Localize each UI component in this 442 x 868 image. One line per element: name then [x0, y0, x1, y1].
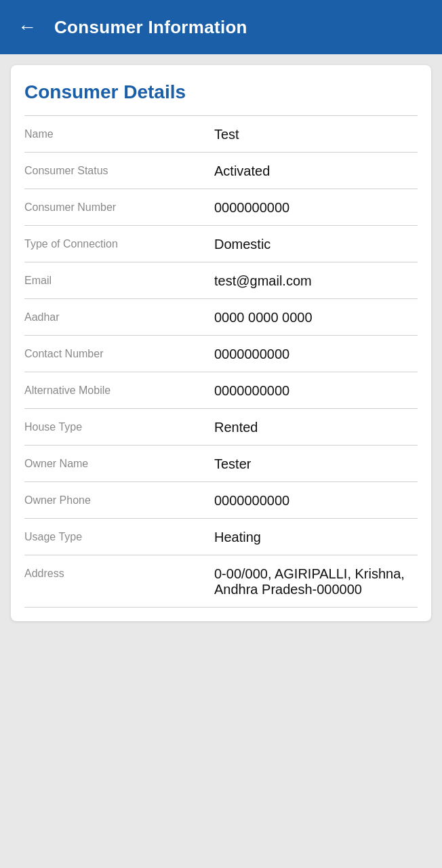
row-value: 0000000000 — [214, 383, 418, 399]
table-row: Owner NameTester — [24, 446, 418, 481]
row-value: test@gmail.com — [214, 273, 418, 289]
consumer-details-card: Consumer Details NameTestConsumer Status… — [11, 65, 431, 621]
table-row: Alternative Mobile0000000000 — [24, 372, 418, 408]
row-label: Alternative Mobile — [24, 383, 214, 397]
row-value: 0000000000 — [214, 493, 418, 509]
row-value: Test — [214, 127, 418, 142]
row-divider — [24, 607, 418, 608]
row-value: Heating — [214, 530, 418, 545]
row-label: Consumer Status — [24, 163, 214, 177]
row-label: Usage Type — [24, 530, 214, 543]
card-title: Consumer Details — [24, 81, 418, 103]
info-rows-container: NameTestConsumer StatusActivatedConsumer… — [24, 116, 418, 608]
page-title: Consumer Information — [54, 17, 247, 38]
row-value: 0000 0000 0000 — [214, 310, 418, 326]
page-body: Consumer Details NameTestConsumer Status… — [0, 54, 442, 632]
table-row: Usage TypeHeating — [24, 519, 418, 555]
table-row: Emailtest@gmail.com — [24, 262, 418, 298]
row-label: Address — [24, 566, 214, 580]
row-label: Owner Phone — [24, 493, 214, 507]
table-row: Consumer Number0000000000 — [24, 189, 418, 225]
table-row: NameTest — [24, 116, 418, 152]
table-row: House TypeRented — [24, 409, 418, 445]
table-row: Owner Phone0000000000 — [24, 482, 418, 518]
row-label: House Type — [24, 420, 214, 433]
row-label: Name — [24, 127, 214, 140]
row-label: Consumer Number — [24, 200, 214, 214]
row-label: Contact Number — [24, 347, 214, 360]
row-label: Email — [24, 273, 214, 287]
row-label: Type of Connection — [24, 237, 214, 250]
row-value: 0000000000 — [214, 347, 418, 362]
table-row: Consumer StatusActivated — [24, 153, 418, 189]
app-header: ← Consumer Information — [0, 0, 442, 54]
table-row: Contact Number0000000000 — [24, 336, 418, 372]
table-row: Address0-00/000, AGIRIPALLI, Krishna, An… — [24, 555, 418, 607]
row-value: Domestic — [214, 237, 418, 252]
row-value: Activated — [214, 163, 418, 179]
row-value: Tester — [214, 456, 418, 472]
row-value: 0000000000 — [214, 200, 418, 216]
table-row: Aadhar0000 0000 0000 — [24, 299, 418, 335]
row-label: Aadhar — [24, 310, 214, 323]
row-value: 0-00/000, AGIRIPALLI, Krishna, Andhra Pr… — [214, 566, 418, 597]
row-value: Rented — [214, 420, 418, 435]
back-button[interactable]: ← — [14, 14, 41, 41]
table-row: Type of ConnectionDomestic — [24, 226, 418, 262]
back-icon: ← — [18, 16, 37, 38]
row-label: Owner Name — [24, 456, 214, 470]
